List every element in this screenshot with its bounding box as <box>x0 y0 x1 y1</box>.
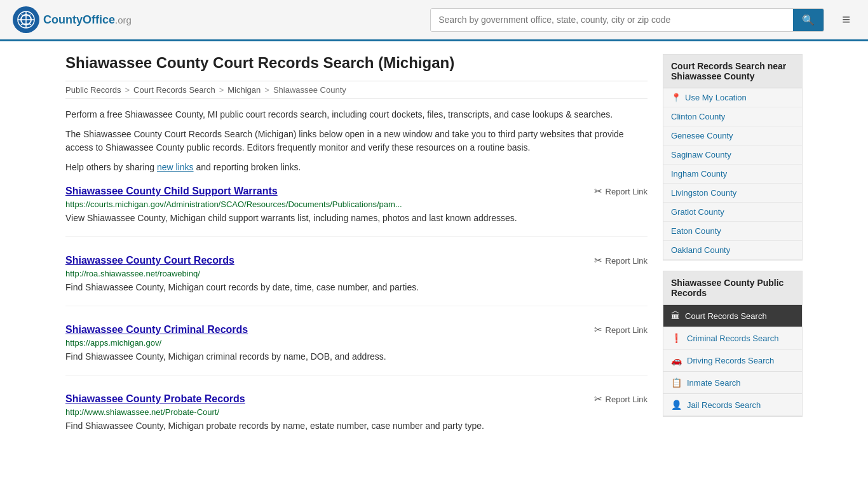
search-input[interactable] <box>431 9 793 31</box>
page-title: Shiawassee County Court Records Search (… <box>65 54 648 72</box>
report-icon: ✂ <box>594 324 602 336</box>
nearby-county-link[interactable]: Saginaw County <box>663 146 802 165</box>
result-url[interactable]: https://apps.michigan.gov/ <box>65 338 648 348</box>
breadcrumb-sep-2: > <box>219 85 224 95</box>
result-title[interactable]: Shiawassee County Probate Records <box>65 393 245 405</box>
nav-item-label: Driving Records Search <box>687 356 774 365</box>
result-desc: View Shiawassee County, Michigan child s… <box>65 212 648 225</box>
result-desc: Find Shiawassee County, Michigan crimina… <box>65 350 648 363</box>
main-container: Shiawassee County Court Records Search (… <box>53 41 815 475</box>
result-desc: Find Shiawassee County, Michigan court r… <box>65 281 648 294</box>
result-url[interactable]: http://roa.shiawassee.net/roawebinq/ <box>65 269 648 278</box>
result-url[interactable]: https://courts.michigan.gov/Administrati… <box>65 200 648 209</box>
use-location-label: Use My Location <box>685 93 747 102</box>
nav-item-court-records-search[interactable]: 🏛 Court Records Search <box>663 305 802 327</box>
nav-icon: 🏛 <box>671 311 680 321</box>
breadcrumb-current: Shiawassee County <box>273 85 346 95</box>
sidebar: Court Records Search near Shiawassee Cou… <box>663 54 803 462</box>
nav-item-label: Criminal Records Search <box>687 334 779 343</box>
result-title[interactable]: Shiawassee County Child Support Warrants <box>65 186 278 197</box>
nearby-county-link[interactable]: Eaton County <box>663 222 802 241</box>
nav-item-jail-records-search[interactable]: 👤 Jail Records Search <box>663 394 802 416</box>
breadcrumb-court-records-search[interactable]: Court Records Search <box>133 85 215 95</box>
report-icon: ✂ <box>594 393 602 405</box>
site-header: CountyOffice.org 🔍 ≡ <box>0 0 868 41</box>
public-records-nav: 🏛 Court Records Search ❗ Criminal Record… <box>663 305 802 416</box>
result-item: Shiawassee County Probate Records ✂ Repo… <box>65 393 648 444</box>
report-link[interactable]: ✂ Report Link <box>594 255 648 266</box>
nearby-county-link[interactable]: Clinton County <box>663 107 802 126</box>
result-item: Shiawassee County Child Support Warrants… <box>65 186 648 237</box>
nav-item-driving-records-search[interactable]: 🚗 Driving Records Search <box>663 349 802 372</box>
nav-icon: 👤 <box>671 400 682 410</box>
result-title[interactable]: Shiawassee County Criminal Records <box>65 324 248 336</box>
report-link[interactable]: ✂ Report Link <box>594 324 648 336</box>
use-location-link[interactable]: 📍 Use My Location <box>663 88 802 107</box>
nav-icon: 🚗 <box>671 355 682 365</box>
results-list: Shiawassee County Child Support Warrants… <box>65 186 648 444</box>
breadcrumb: Public Records > Court Records Search > … <box>65 81 648 99</box>
description-2: The Shiawassee County Court Records Sear… <box>65 128 648 154</box>
search-button[interactable]: 🔍 <box>793 9 824 31</box>
report-link[interactable]: ✂ Report Link <box>594 393 648 405</box>
result-url[interactable]: http://www.shiawassee.net/Probate-Court/ <box>65 407 648 417</box>
result-desc: Find Shiawassee County, Michigan probate… <box>65 419 648 433</box>
desc3-pre: Help others by sharing <box>65 162 157 172</box>
nav-item-label: Jail Records Search <box>687 400 761 410</box>
new-links-link[interactable]: new links <box>157 162 194 172</box>
nav-icon: 📋 <box>671 377 682 388</box>
nearby-county-link[interactable]: Oakland County <box>663 241 802 260</box>
breadcrumb-public-records[interactable]: Public Records <box>65 85 121 95</box>
breadcrumb-sep-1: > <box>125 85 130 95</box>
nearby-title: Court Records Search near Shiawassee Cou… <box>663 55 802 88</box>
nav-item-label: Court Records Search <box>685 311 767 321</box>
nearby-county-link[interactable]: Gratiot County <box>663 203 802 222</box>
public-records-title: Shiawassee County Public Records <box>663 271 802 305</box>
report-icon: ✂ <box>594 186 602 197</box>
result-header: Shiawassee County Court Records ✂ Report… <box>65 255 648 266</box>
public-records-section: Shiawassee County Public Records 🏛 Court… <box>663 271 803 417</box>
report-icon: ✂ <box>594 255 602 266</box>
description-3: Help others by sharing new links and rep… <box>65 161 648 174</box>
nearby-county-link[interactable]: Ingham County <box>663 165 802 184</box>
nav-item-inmate-search[interactable]: 📋 Inmate Search <box>663 372 802 394</box>
nearby-county-link[interactable]: Livingston County <box>663 184 802 203</box>
result-header: Shiawassee County Child Support Warrants… <box>65 186 648 197</box>
desc3-post: and reporting broken links. <box>194 162 301 172</box>
search-icon: 🔍 <box>802 15 815 25</box>
result-item: Shiawassee County Criminal Records ✂ Rep… <box>65 324 648 376</box>
nav-icon: ❗ <box>671 333 682 343</box>
nearby-county-link[interactable]: Genesee County <box>663 126 802 146</box>
content-area: Shiawassee County Court Records Search (… <box>65 54 648 462</box>
logo-link[interactable]: CountyOffice.org <box>13 6 132 33</box>
report-link[interactable]: ✂ Report Link <box>594 186 648 197</box>
location-icon: 📍 <box>671 93 681 102</box>
menu-icon[interactable]: ≡ <box>837 9 855 30</box>
logo-text: CountyOffice.org <box>43 13 132 27</box>
description-1: Perform a free Shiawassee County, MI pub… <box>65 108 648 121</box>
search-bar: 🔍 <box>430 8 824 32</box>
breadcrumb-michigan[interactable]: Michigan <box>227 85 261 95</box>
breadcrumb-sep-3: > <box>264 85 269 95</box>
result-item: Shiawassee County Court Records ✂ Report… <box>65 255 648 306</box>
nearby-counties-list: Clinton CountyGenesee CountySaginaw Coun… <box>663 107 802 260</box>
nav-item-criminal-records-search[interactable]: ❗ Criminal Records Search <box>663 327 802 349</box>
result-title[interactable]: Shiawassee County Court Records <box>65 255 234 266</box>
logo-icon <box>13 6 39 33</box>
result-header: Shiawassee County Probate Records ✂ Repo… <box>65 393 648 405</box>
nearby-section: Court Records Search near Shiawassee Cou… <box>663 54 803 261</box>
result-header: Shiawassee County Criminal Records ✂ Rep… <box>65 324 648 336</box>
logo-office: Office <box>83 13 115 26</box>
nav-item-label: Inmate Search <box>687 378 741 388</box>
